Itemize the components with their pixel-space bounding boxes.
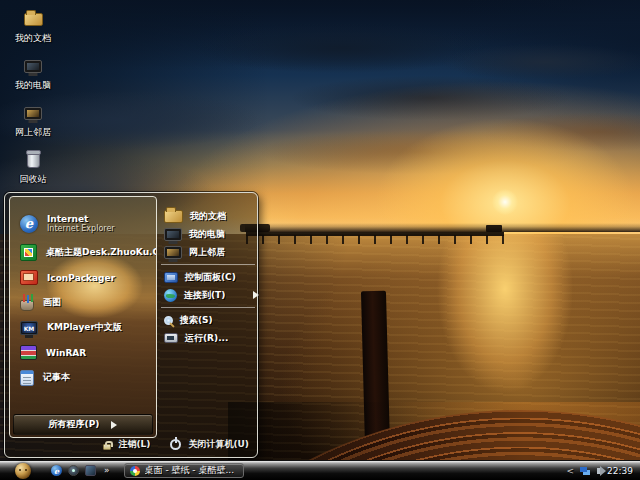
submenu-arrow-icon (253, 291, 259, 299)
taskbar-task-button[interactable]: 桌面 - 壁纸 - 桌酷壁... (124, 463, 244, 478)
tray-volume-icon[interactable] (597, 468, 601, 474)
tray-network-icon[interactable] (580, 467, 587, 472)
search-icon (164, 316, 173, 325)
menu-item-label: 运行(R)... (185, 332, 228, 345)
shut-down-button[interactable]: 关闭计算机(U) (170, 438, 249, 451)
wallpaper-pier (246, 228, 504, 244)
log-off-button[interactable]: 注销(L) (103, 438, 150, 451)
start-menu-footer: 注销(L) 关闭计算机(U) (5, 435, 249, 454)
quick-launch-explorer-icon[interactable] (85, 465, 96, 476)
menu-item-paint[interactable]: 画图 (10, 290, 156, 315)
desktop-icon-recycle-bin[interactable]: 回收站 (4, 145, 62, 192)
internet-explorer-icon (20, 215, 38, 233)
all-programs-label: 所有程序(P) (49, 418, 100, 431)
desktop-icon-label: 回收站 (20, 173, 47, 186)
kmplayer-icon (20, 321, 38, 335)
my-documents-icon (164, 210, 183, 223)
menu-item-subtitle: Internet Explorer (47, 224, 115, 233)
shut-down-label: 关闭计算机(U) (188, 438, 249, 451)
network-places-icon (164, 246, 182, 259)
log-off-label: 注销(L) (118, 438, 150, 451)
menu-item-network-places[interactable]: 网上邻居 (159, 243, 257, 261)
taskbar: » 桌面 - 壁纸 - 桌酷壁... < 22:39 (0, 460, 640, 480)
start-button[interactable] (15, 463, 31, 479)
all-programs-button[interactable]: 所有程序(P) (13, 414, 153, 435)
paint-icon (20, 300, 34, 311)
menu-item-label: 搜索(S) (180, 314, 213, 327)
desktop-icon-list: 我的文档 我的电脑 网上邻居 回收站 (4, 4, 62, 192)
menu-item-winrar[interactable]: WinRAR (10, 340, 156, 365)
menu-item-internet-explorer[interactable]: Internet Internet Explorer (10, 207, 156, 240)
menu-item-label: 控制面板(C) (185, 271, 236, 284)
menu-item-iconpackager[interactable]: IconPackager (10, 265, 156, 290)
notepad-icon (20, 370, 34, 386)
menu-separator (161, 307, 255, 308)
menu-item-label: 我的文档 (190, 210, 226, 223)
menu-item-run[interactable]: 运行(R)... (159, 329, 257, 347)
menu-item-label: 连接到(T) (184, 289, 225, 302)
network-places-icon (24, 107, 42, 120)
menu-item-title: IconPackager (47, 273, 115, 283)
start-menu: Internet Internet Explorer 桌酷主题Desk.Zhuo… (4, 192, 258, 458)
connect-to-icon (164, 289, 177, 302)
menu-item-label: 我的电脑 (189, 228, 225, 241)
menu-separator (161, 264, 255, 265)
menu-item-search[interactable]: 搜索(S) (159, 311, 257, 329)
menu-item-title: Internet (47, 214, 115, 224)
menu-item-control-panel[interactable]: 控制面板(C) (159, 268, 257, 286)
menu-item-title: 桌酷主题Desk.ZhuoKu.Com (46, 246, 157, 259)
zhuoku-theme-icon (20, 244, 37, 261)
my-documents-icon (24, 13, 43, 26)
pinned-program-list: Internet Internet Explorer 桌酷主题Desk.Zhuo… (10, 207, 156, 390)
iconpackager-icon (20, 270, 38, 285)
start-menu-places-panel: 我的文档 我的电脑 网上邻居 控制面板(C) 连接到(T) (159, 207, 257, 347)
my-computer-icon (24, 60, 42, 73)
task-button-label: 桌面 - 壁纸 - 桌酷壁... (145, 464, 235, 477)
menu-item-my-documents[interactable]: 我的文档 (159, 207, 257, 225)
quick-launch-bar: » (51, 465, 110, 476)
desktop-icon-label: 我的文档 (15, 32, 51, 45)
desktop-icon-my-computer[interactable]: 我的电脑 (4, 51, 62, 98)
desktop-icon-my-documents[interactable]: 我的文档 (4, 4, 62, 51)
menu-item-title: 记事本 (43, 371, 70, 384)
quick-launch-media-player-icon[interactable] (68, 465, 79, 476)
menu-item-my-computer[interactable]: 我的电脑 (159, 225, 257, 243)
quick-launch-overflow-chevron[interactable]: » (104, 466, 110, 475)
desktop-icon-label: 网上邻居 (15, 126, 51, 139)
menu-item-zhuoku-theme[interactable]: 桌酷主题Desk.ZhuoKu.Com (10, 240, 156, 265)
desktop-icon-network-places[interactable]: 网上邻居 (4, 98, 62, 145)
control-panel-icon (164, 272, 178, 283)
menu-item-kmplayer[interactable]: KMPlayer中文版 (10, 315, 156, 340)
menu-item-title: 画图 (43, 296, 61, 309)
run-icon (164, 333, 178, 343)
tray-collapse-chevron[interactable]: < (567, 466, 575, 476)
my-computer-icon (164, 228, 182, 241)
start-menu-pinned-panel: Internet Internet Explorer 桌酷主题Desk.Zhuo… (9, 196, 157, 438)
quick-launch-internet-explorer-icon[interactable] (51, 465, 62, 476)
menu-item-connect-to[interactable]: 连接到(T) (159, 286, 257, 304)
system-tray: < 22:39 (567, 466, 640, 476)
lock-icon (103, 444, 111, 450)
desktop-icon-label: 我的电脑 (15, 79, 51, 92)
menu-item-label: 网上邻居 (189, 246, 225, 259)
menu-item-notepad[interactable]: 记事本 (10, 365, 156, 390)
menu-item-title: KMPlayer中文版 (47, 321, 122, 334)
winrar-icon (20, 345, 37, 360)
recycle-bin-icon (27, 152, 40, 168)
desktop-screen: 我的文档 我的电脑 网上邻居 回收站 Internet Internet Exp… (0, 0, 640, 480)
menu-item-title: WinRAR (46, 348, 86, 358)
pinwheel-icon (130, 466, 140, 476)
power-icon (170, 439, 181, 450)
submenu-arrow-icon (111, 421, 117, 429)
